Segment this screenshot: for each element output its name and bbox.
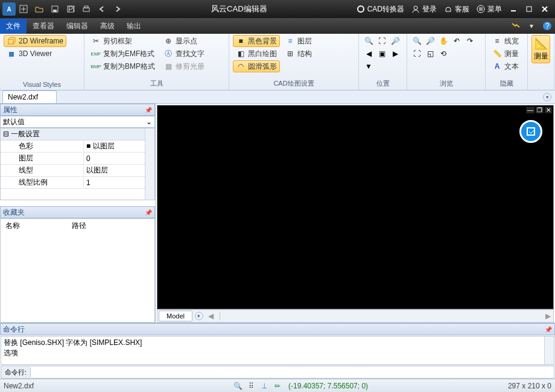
close-button[interactable] bbox=[538, 2, 551, 16]
menu-editor[interactable]: 编辑器 bbox=[60, 19, 94, 34]
show-point-button[interactable]: ⊕显示点 bbox=[160, 35, 208, 47]
fav-col-name: 名称 bbox=[5, 221, 72, 231]
prop-row[interactable]: 色彩■ 以图层 bbox=[1, 141, 154, 153]
pin-icon[interactable]: 📌 bbox=[145, 107, 152, 113]
open-icon[interactable] bbox=[33, 2, 46, 16]
model-tab[interactable]: Model bbox=[159, 311, 192, 321]
favorites-body: 名称路径 bbox=[0, 218, 155, 323]
zoom-ext-icon[interactable]: ⛶ bbox=[376, 35, 388, 47]
zoom-icon[interactable]: 🔎 bbox=[389, 35, 401, 47]
prop-row[interactable]: 线型以图层 bbox=[1, 165, 154, 177]
menu-file[interactable]: 文件 bbox=[0, 19, 27, 34]
arc-icon: ◠ bbox=[236, 62, 246, 71]
measure-button[interactable]: 📏测量 bbox=[489, 48, 522, 60]
struct-icon: ⊞ bbox=[285, 49, 295, 58]
pan-center-icon[interactable]: ▣ bbox=[376, 48, 388, 60]
copy-emf-button[interactable]: EMF复制为EMF格式 bbox=[88, 48, 158, 60]
find-text-button[interactable]: Ⓐ查找文字 bbox=[160, 48, 208, 60]
service-button[interactable]: 客服 bbox=[444, 4, 469, 14]
canvas-restore-icon[interactable]: ❐ bbox=[536, 107, 544, 113]
polar-icon[interactable]: ✏ bbox=[273, 381, 282, 391]
menu-output[interactable]: 输出 bbox=[121, 19, 147, 34]
zoom-in-icon[interactable]: 🔍 bbox=[411, 35, 423, 47]
redo-icon[interactable] bbox=[111, 2, 124, 16]
bw-icon: ◧ bbox=[236, 49, 246, 58]
style-dropdown-icon[interactable] bbox=[509, 19, 522, 33]
struct-button[interactable]: ⊞结构 bbox=[282, 48, 315, 60]
favorites-header: 收藏夹📌 bbox=[0, 206, 155, 218]
menu-viewer[interactable]: 查看器 bbox=[27, 19, 60, 34]
wireframe-2d-button[interactable]: 2D Wireframe bbox=[4, 35, 66, 47]
ruler-icon: 📏 bbox=[492, 49, 502, 58]
h-scrollbar[interactable] bbox=[220, 312, 539, 320]
viewer-3d-button[interactable]: 3D Viewer bbox=[4, 48, 66, 60]
menu-button[interactable]: 菜单 bbox=[477, 4, 502, 14]
fullscreen-icon[interactable]: ▾ bbox=[525, 19, 538, 33]
layer-button[interactable]: ≡图层 bbox=[282, 35, 315, 47]
login-button[interactable]: 登录 bbox=[411, 4, 437, 14]
zoom-all-icon[interactable]: ⛶ bbox=[411, 48, 423, 60]
canvas-min-icon[interactable]: — bbox=[526, 107, 534, 113]
canvas-close-icon[interactable]: ✕ bbox=[545, 107, 552, 113]
bw-draw-button[interactable]: ◧黑白绘图 bbox=[233, 48, 280, 60]
save-icon[interactable] bbox=[48, 2, 62, 16]
properties-default-dropdown[interactable]: 默认值⌄ bbox=[0, 116, 155, 128]
lineweight-button[interactable]: ≡线宽 bbox=[489, 35, 522, 47]
orbit-icon[interactable]: ⟲ bbox=[437, 48, 449, 60]
app-title: 风云CAD编辑器 bbox=[125, 4, 353, 14]
new-icon[interactable] bbox=[17, 2, 30, 16]
cad-converter-button[interactable]: CAD转换器 bbox=[357, 4, 404, 14]
pan-right-icon[interactable]: ▶ bbox=[389, 48, 401, 60]
pan-left-icon[interactable]: ◀ bbox=[363, 48, 375, 60]
scrollbar[interactable] bbox=[145, 128, 154, 200]
log-line: 选项 bbox=[4, 348, 551, 358]
zoom-out-icon[interactable]: 🔎 bbox=[424, 35, 436, 47]
prop-section[interactable]: ⊟ 一般设置 bbox=[1, 128, 154, 141]
ortho-icon[interactable]: ⊥ bbox=[259, 381, 269, 391]
undo-icon[interactable] bbox=[95, 2, 109, 16]
trim-button[interactable]: ▦修剪光册 bbox=[160, 60, 208, 72]
text-icon: A bbox=[492, 62, 502, 71]
scroll-left-icon[interactable]: ◀ bbox=[208, 312, 214, 320]
pan-icon[interactable]: ✋ bbox=[437, 35, 449, 47]
minimize-button[interactable] bbox=[507, 2, 520, 16]
clip-frame-button[interactable]: ✂剪切框架 bbox=[88, 35, 158, 47]
arc-smooth-button[interactable]: ◠圆滑弧形 bbox=[233, 60, 280, 72]
scroll-right-icon[interactable]: ▶ bbox=[545, 312, 551, 320]
pan-down-icon[interactable]: ▼ bbox=[363, 60, 375, 72]
svg-text:?: ? bbox=[545, 22, 550, 30]
scrollbar[interactable] bbox=[544, 337, 554, 364]
next-view-icon[interactable]: ↷ bbox=[464, 35, 476, 47]
save-pdf-icon[interactable]: PDF bbox=[64, 2, 77, 16]
pin-icon[interactable]: 📌 bbox=[545, 326, 552, 333]
snap-icon[interactable]: 🔍 bbox=[233, 381, 243, 391]
group-label-browse: 浏览 bbox=[411, 78, 481, 89]
left-pane: 属性📌 默认值⌄ ⊟ 一般设置 色彩■ 以图层 图层0 线型以图层 线型比例1 … bbox=[0, 104, 156, 323]
black-bg-button[interactable]: ■黑色背景 bbox=[233, 35, 280, 47]
zoom-win-icon[interactable]: 🔍 bbox=[363, 35, 375, 47]
command-input[interactable] bbox=[31, 367, 554, 378]
prop-row[interactable]: 线型比例1 bbox=[1, 177, 154, 189]
prop-row[interactable]: 图层0 bbox=[1, 153, 154, 165]
cube-icon bbox=[7, 36, 16, 46]
floating-action-button[interactable] bbox=[519, 120, 542, 143]
grid-icon[interactable]: ⠿ bbox=[246, 381, 256, 391]
svg-rect-10 bbox=[527, 7, 531, 11]
drawing-canvas[interactable]: — ❐ ✕ bbox=[157, 105, 554, 309]
prev-view-icon[interactable]: ↶ bbox=[451, 35, 463, 47]
pin-icon[interactable]: 📌 bbox=[145, 209, 152, 216]
copy-bmp-button[interactable]: BMP复制为BMP格式 bbox=[88, 60, 158, 72]
bmp-icon: BMP bbox=[91, 62, 101, 71]
model-expand-icon[interactable]: ▾ bbox=[195, 312, 203, 320]
measure-big-button[interactable]: 📐 测量 bbox=[531, 35, 550, 63]
workarea: 属性📌 默认值⌄ ⊟ 一般设置 色彩■ 以图层 图层0 线型以图层 线型比例1 … bbox=[0, 104, 555, 323]
help-icon[interactable]: ? bbox=[541, 19, 554, 33]
document-tab[interactable]: New2.dxf bbox=[2, 90, 57, 103]
menu-advanced[interactable]: 高级 bbox=[94, 19, 121, 34]
maximize-button[interactable] bbox=[522, 2, 536, 16]
zoom-sel-icon[interactable]: ◱ bbox=[424, 48, 436, 60]
tab-expand-icon[interactable]: ▾ bbox=[543, 93, 551, 101]
print-icon[interactable] bbox=[80, 2, 93, 16]
text-button[interactable]: A文本 bbox=[489, 60, 522, 72]
log-line: 替换 [Geniso.SHX] 字体为 [SIMPLEX.SHX] bbox=[4, 338, 551, 348]
